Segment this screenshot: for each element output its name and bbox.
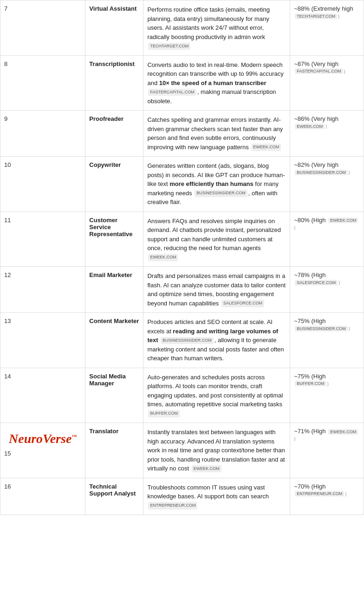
job-title: Proofreader (85, 111, 143, 157)
prob-source-badge: BUSINESSINSIDER.COM (295, 326, 348, 331)
source-badge: BUSINESSINSIDER.COM (161, 337, 214, 344)
job-description: Produces articles and SEO content at sca… (143, 313, 290, 368)
source-badge: EWEEK.COM (192, 465, 221, 473)
job-title: Technical Support Analyst (85, 478, 143, 515)
probability: ~82% (Very high BUSINESSINSIDER.COM) (290, 157, 364, 212)
source-badge: FASTERCAPITAL.COM (148, 89, 196, 96)
job-title: Transcriptionist (85, 55, 143, 111)
probability: ~86% (Very high EWEEK.COM) (290, 111, 364, 157)
prob-value: ~75% (High (294, 317, 325, 324)
row-number: 8 (0, 55, 85, 111)
prob-value: ~87% (Very high (294, 60, 338, 67)
prob-value: ~78% (High (294, 271, 325, 278)
row-number: 14 (0, 368, 85, 423)
table-row: 12Email MarketerDrafts and personalizes … (0, 267, 364, 313)
prob-close: ) (345, 491, 346, 496)
prob-close: ) (327, 381, 329, 386)
prob-value: ~82% (Very high (294, 161, 338, 168)
source-badge: TECHTARGET.COM (148, 43, 190, 50)
row-number: 10 (0, 157, 85, 212)
job-title: Virtual Assistant (85, 0, 143, 56)
prob-source-badge: BUSINESSINSIDER.COM (295, 170, 348, 175)
prob-source-badge: EWEEK.COM (328, 429, 358, 435)
table-row: 10CopywriterGenerates written content (a… (0, 157, 364, 212)
row-number: 11 (0, 212, 85, 267)
source-badge: EWEEK.COM (148, 254, 178, 261)
job-title: Content Marketer (85, 313, 143, 368)
job-description: Performs routine office tasks (emails, m… (143, 0, 290, 56)
table-row: 11Customer Service RepresentativeAnswers… (0, 212, 364, 267)
probability: ~75% (High BUSINESSINSIDER.COM) (290, 313, 364, 368)
prob-close: ) (294, 436, 295, 441)
source-badge: ENTREPRENEUR.COM (148, 502, 197, 509)
prob-close: ) (349, 326, 350, 331)
prob-close: ) (325, 124, 327, 129)
job-description: Troubleshoots common IT issues using vas… (143, 478, 290, 515)
job-description: Instantly translates text between langua… (143, 423, 290, 478)
prob-source-badge: EWEEK.COM (328, 218, 358, 223)
probability: ~80% (High EWEEK.COM) (290, 212, 364, 267)
job-title: Translator (85, 423, 143, 478)
prob-close: ) (338, 280, 340, 285)
prob-value: ~75% (High (294, 373, 325, 380)
row-number: 7 (0, 0, 85, 56)
job-description: Catches spelling and grammar errors inst… (143, 111, 290, 157)
job-description: Converts audio to text in real-time. Mod… (143, 55, 290, 111)
brand-name: NeuroVerse™ (9, 431, 77, 446)
prob-value: ~71% (High (294, 428, 325, 435)
table-row: 13Content MarketerProduces articles and … (0, 313, 364, 368)
row-number: 16 (0, 478, 85, 515)
probability: ~87% (Very high FASTERCAPITAL.COM) (290, 55, 364, 111)
prob-close: ) (349, 170, 350, 175)
table-row: 16Technical Support AnalystTroubleshoots… (0, 478, 364, 515)
prob-source-badge: FASTERCAPITAL.COM (295, 68, 343, 74)
table-row: NeuroVerse™15TranslatorInstantly transla… (0, 423, 364, 478)
probability: ~75% (High BUFFER.COM) (290, 368, 364, 423)
job-title: Social Media Manager (85, 368, 143, 423)
job-title: Copywriter (85, 157, 143, 212)
prob-source-badge: EWEEK.COM (295, 124, 325, 129)
prob-source-badge: BUFFER.COM (295, 381, 326, 386)
table-row: 7Virtual AssistantPerforms routine offic… (0, 0, 364, 56)
job-description: Auto-generates and schedules posts acros… (143, 368, 290, 423)
job-description: Answers FAQs and resolves simple inquiri… (143, 212, 290, 267)
row-number: 12 (0, 267, 85, 313)
source-badge: BUSINESSINSIDER.COM (195, 190, 247, 197)
probability: ~71% (High EWEEK.COM) (290, 423, 364, 478)
prob-source-badge: ENTREPRENEUR.COM (295, 491, 344, 496)
source-badge: SALESFORCE.COM (221, 300, 264, 307)
job-description: Drafts and personalizes mass email campa… (143, 267, 290, 313)
row-number: NeuroVerse™15 (0, 423, 85, 478)
prob-close: ) (338, 14, 339, 19)
prob-source-badge: TECHTARGET.COM (295, 13, 337, 19)
probability: ~70% (High ENTREPRENEUR.COM) (290, 478, 364, 515)
table-row: 8TranscriptionistConverts audio to text … (0, 55, 364, 111)
probability: ~88% (Extremely high TECHTARGET.COM) (290, 0, 364, 56)
row-number-text: 15 (4, 450, 11, 457)
table-row: 9ProofreaderCatches spelling and grammar… (0, 111, 364, 157)
prob-close: ) (294, 225, 295, 230)
row-number: 9 (0, 111, 85, 157)
prob-value: ~70% (High (294, 483, 325, 490)
job-description: Generates written content (ads, slogans,… (143, 157, 290, 212)
brand-tm: ™ (72, 434, 77, 439)
source-badge: EWEEK.COM (251, 144, 281, 151)
source-badge: BUFFER.COM (148, 410, 180, 417)
job-title: Customer Service Representative (85, 212, 143, 267)
row-number: 13 (0, 313, 85, 368)
prob-value: ~80% (High (294, 217, 325, 224)
prob-close: ) (344, 69, 345, 73)
prob-source-badge: SALESFORCE.COM (295, 280, 338, 285)
prob-value: ~86% (Very high (294, 115, 338, 122)
table-row: 14Social Media ManagerAuto-generates and… (0, 368, 364, 423)
prob-value: ~88% (Extremely high (294, 5, 353, 12)
probability: ~78% (High SALESFORCE.COM) (290, 267, 364, 313)
job-title: Email Marketer (85, 267, 143, 313)
